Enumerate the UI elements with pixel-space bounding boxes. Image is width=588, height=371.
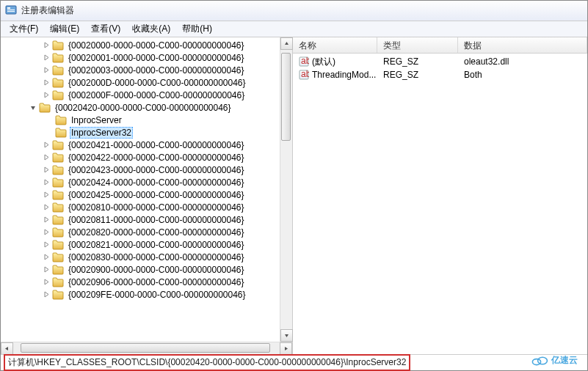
tree-item[interactable]: {0002000D-0000-0000-C000-000000000046} [1,76,280,89]
tree-item-label: {00020810-0000-0000-C000-000000000046} [67,202,246,213]
scroll-thumb[interactable] [281,53,291,141]
tree-expander-icon[interactable] [42,253,51,262]
tree-expander-icon[interactable] [42,216,51,224]
tree-expander-icon[interactable] [42,278,51,287]
tree-expander-icon[interactable] [42,91,51,100]
status-path: 计算机\HKEY_CLASSES_ROOT\CLSID\{00020420-00… [4,354,410,371]
value-name: (默认) [312,56,335,68]
list-row[interactable]: ab(默认)REG_SZoleaut32.dll [293,55,587,68]
tree-item[interactable]: {00020900-0000-0000-C000-000000000046} [1,263,280,276]
tree-item-label: {00020811-0000-0000-C000-000000000046} [67,215,246,225]
tree-item[interactable]: {00020811-0000-0000-C000-000000000046} [1,213,280,226]
scroll-up-button[interactable] [280,37,293,50]
svg-rect-1 [7,7,10,9]
menu-edit[interactable]: 编辑(E) [44,21,85,37]
tree-expander-icon[interactable] [45,128,54,137]
tree-expander-icon[interactable] [42,203,51,212]
title-bar[interactable]: 注册表编辑器 [1,1,587,21]
tree-expander-icon[interactable] [42,290,51,299]
tree-expander-icon[interactable] [42,228,51,237]
tree-item[interactable]: {00020821-0000-0000-C000-000000000046} [1,238,280,251]
tree-expander-icon[interactable] [42,240,51,249]
svg-rect-2 [7,10,15,10]
tree-item-label: {00020420-0000-0000-C000-000000000046} [54,103,233,113]
tree-expander-icon[interactable] [42,66,51,75]
scroll-thumb-h[interactable] [21,343,270,353]
menu-bar: 文件(F) 编辑(E) 查看(V) 收藏夹(A) 帮助(H) [1,21,587,37]
tree-expander-icon[interactable] [42,178,51,187]
tree-expander-icon[interactable] [45,116,54,125]
scroll-left-button[interactable] [1,342,13,355]
tree-item-label: {00020003-0000-0000-C000-000000000046} [67,65,246,76]
scroll-down-button[interactable] [280,329,293,342]
tree-item-label: {00020422-0000-0000-C000-000000000046} [67,153,246,163]
tree-vscrollbar[interactable] [280,37,292,342]
tree-item[interactable]: {00020906-0000-0000-C000-000000000046} [1,276,280,288]
tree-expander-icon[interactable] [42,78,51,87]
tree-item[interactable]: {00020422-0000-0000-C000-000000000046} [1,151,280,164]
tree-item[interactable]: {00020810-0000-0000-C000-000000000046} [1,201,280,213]
tree-item-label: {00020424-0000-0000-C000-000000000046} [67,177,246,188]
tree-item[interactable]: {00020820-0000-0000-C000-000000000046} [1,226,280,238]
column-header-type[interactable]: 类型 [377,37,458,53]
tree-item-label: {000209FE-0000-0000-C000-000000000046} [67,290,247,300]
tree-hscrollbar[interactable] [1,342,292,354]
column-header-name[interactable]: 名称 [293,37,377,53]
column-header-data[interactable]: 数据 [458,37,587,53]
tree-item-label: {00020423-0000-0000-C000-000000000046} [67,165,246,175]
tree-item-label: {00020906-0000-0000-C000-000000000046} [67,277,246,287]
list-header: 名称 类型 数据 [293,37,587,54]
window-title: 注册表编辑器 [21,4,74,17]
tree-item[interactable]: InprocServer [1,114,280,126]
tree-item-label: {00020820-0000-0000-C000-000000000046} [67,227,246,238]
svg-rect-3 [7,11,15,12]
tree-item[interactable]: {00020000-0000-0000-C000-000000000046} [1,39,280,51]
menu-help[interactable]: 帮助(H) [176,21,218,37]
tree-item[interactable]: {00020001-0000-0000-C000-000000000046} [1,51,280,64]
tree-item[interactable]: {0002000F-0000-0000-C000-000000000046} [1,89,280,101]
tree-expander-icon[interactable] [42,265,51,274]
value-type: REG_SZ [377,70,458,80]
tree-expander-icon[interactable] [42,153,51,162]
tree-expander-icon[interactable] [42,191,51,199]
tree-item-label: {00020900-0000-0000-C000-000000000046} [67,265,246,275]
tree-item[interactable]: {00020421-0000-0000-C000-000000000046} [1,139,280,151]
list-row[interactable]: abThreadingMod...REG_SZBoth [293,68,587,81]
scroll-track-h[interactable] [13,342,280,355]
tree-item-label: {00020000-0000-0000-C000-000000000046} [67,40,246,51]
tree-item[interactable]: {00020424-0000-0000-C000-000000000046} [1,176,280,188]
regedit-window: 注册表编辑器 文件(F) 编辑(E) 查看(V) 收藏夹(A) 帮助(H) {0… [0,0,588,371]
value-type: REG_SZ [377,56,458,67]
tree-item-label: {00020001-0000-0000-C000-000000000046} [67,53,246,63]
tree-item-label: {00020830-0000-0000-C000-000000000046} [67,252,246,262]
menu-favorites[interactable]: 收藏夹(A) [126,21,176,37]
list-body[interactable]: ab(默认)REG_SZoleaut32.dllabThreadingMod..… [293,54,587,354]
list-pane: 名称 类型 数据 ab(默认)REG_SZoleaut32.dllabThrea… [293,37,587,354]
app-icon [5,4,21,18]
tree-item[interactable]: {00020830-0000-0000-C000-000000000046} [1,251,280,263]
tree-viewport[interactable]: {00020000-0000-0000-C000-000000000046}{0… [1,37,280,342]
tree-item-label: {00020425-0000-0000-C000-000000000046} [67,190,246,200]
menu-view[interactable]: 查看(V) [85,21,126,37]
tree-expander-icon[interactable] [42,54,51,62]
tree-item-label: {0002000F-0000-0000-C000-000000000046} [67,90,246,100]
tree-item-label: InprocServer [70,115,123,125]
tree-expander-icon[interactable] [42,41,51,50]
menu-file[interactable]: 文件(F) [4,21,44,37]
tree-expander-icon[interactable] [29,103,37,112]
tree-item[interactable]: {00020425-0000-0000-C000-000000000046} [1,188,280,201]
tree-expander-icon[interactable] [42,166,51,175]
tree-expander-icon[interactable] [42,141,51,150]
value-data: oleaut32.dll [458,56,587,67]
scroll-track[interactable] [280,50,292,329]
tree-item[interactable]: {000209FE-0000-0000-C000-000000000046} [1,288,280,301]
value-name: ThreadingMod... [312,70,376,80]
tree-item[interactable]: {00020420-0000-0000-C000-000000000046} [1,101,280,114]
tree-item[interactable]: {00020423-0000-0000-C000-000000000046} [1,164,280,176]
tree-item[interactable]: InprocServer32 [1,126,280,139]
status-bar: 计算机\HKEY_CLASSES_ROOT\CLSID\{00020420-00… [1,354,587,370]
tree-pane: {00020000-0000-0000-C000-000000000046}{0… [1,37,293,354]
tree-item[interactable]: {00020003-0000-0000-C000-000000000046} [1,64,280,76]
tree-item-label: InprocServer32 [70,127,133,139]
scroll-right-button[interactable] [280,342,292,355]
